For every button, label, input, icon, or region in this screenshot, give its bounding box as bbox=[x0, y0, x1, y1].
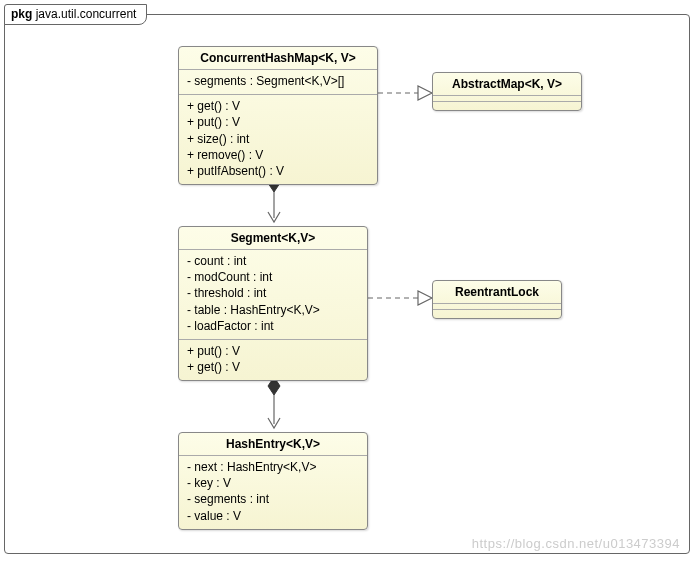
field-row: - threshold : int bbox=[187, 285, 359, 301]
class-hash-entry: HashEntry<K,V> - next : HashEntry<K,V> -… bbox=[178, 432, 368, 530]
class-title: Segment<K,V> bbox=[179, 227, 367, 250]
method-row: + size() : int bbox=[187, 131, 369, 147]
empty-section bbox=[433, 102, 581, 110]
field-row: - table : HashEntry<K,V> bbox=[187, 302, 359, 318]
class-title: ConcurrentHashMap<K, V> bbox=[179, 47, 377, 70]
method-row: + remove() : V bbox=[187, 147, 369, 163]
field-row: - segments : Segment<K,V>[] bbox=[187, 73, 369, 89]
method-row: + put() : V bbox=[187, 343, 359, 359]
field-row: - next : HashEntry<K,V> bbox=[187, 459, 359, 475]
method-row: + get() : V bbox=[187, 359, 359, 375]
field-row: - count : int bbox=[187, 253, 359, 269]
class-methods: + get() : V + put() : V + size() : int +… bbox=[179, 95, 377, 184]
method-row: + putIfAbsent() : V bbox=[187, 163, 369, 179]
field-row: - key : V bbox=[187, 475, 359, 491]
field-row: - loadFactor : int bbox=[187, 318, 359, 334]
field-row: - value : V bbox=[187, 508, 359, 524]
empty-section bbox=[433, 310, 561, 318]
class-fields: - next : HashEntry<K,V> - key : V - segm… bbox=[179, 456, 367, 529]
watermark: https://blog.csdn.net/u013473394 bbox=[472, 536, 680, 551]
class-concurrent-hash-map: ConcurrentHashMap<K, V> - segments : Seg… bbox=[178, 46, 378, 185]
class-methods: + put() : V + get() : V bbox=[179, 340, 367, 380]
method-row: + get() : V bbox=[187, 98, 369, 114]
class-title: ReentrantLock bbox=[433, 281, 561, 304]
field-row: - modCount : int bbox=[187, 269, 359, 285]
method-row: + put() : V bbox=[187, 114, 369, 130]
class-title: AbstractMap<K, V> bbox=[433, 73, 581, 96]
class-reentrant-lock: ReentrantLock bbox=[432, 280, 562, 319]
class-fields: - count : int - modCount : int - thresho… bbox=[179, 250, 367, 340]
pkg-prefix: pkg bbox=[11, 7, 32, 21]
class-fields: - segments : Segment<K,V>[] bbox=[179, 70, 377, 95]
class-segment: Segment<K,V> - count : int - modCount : … bbox=[178, 226, 368, 381]
class-title: HashEntry<K,V> bbox=[179, 433, 367, 456]
package-label: pkg java.util.concurrent bbox=[4, 4, 147, 25]
class-abstract-map: AbstractMap<K, V> bbox=[432, 72, 582, 111]
pkg-name: java.util.concurrent bbox=[36, 7, 137, 21]
field-row: - segments : int bbox=[187, 491, 359, 507]
